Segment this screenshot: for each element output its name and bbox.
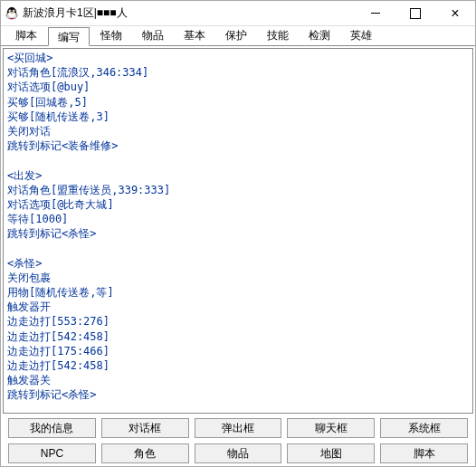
maximize-button[interactable] <box>395 1 435 26</box>
button-对话框[interactable]: 对话框 <box>101 418 189 438</box>
tab-脚本[interactable]: 脚本 <box>6 26 46 45</box>
tab-保护[interactable]: 保护 <box>216 26 256 45</box>
svg-point-6 <box>13 10 14 11</box>
window-title: 新波浪月卡1区|■■■人 <box>23 5 356 21</box>
button-脚本[interactable]: 脚本 <box>380 443 468 463</box>
button-NPC[interactable]: NPC <box>8 443 96 463</box>
svg-point-5 <box>10 10 11 11</box>
app-icon <box>5 6 19 21</box>
button-弹出框[interactable]: 弹出框 <box>195 418 282 438</box>
tab-物品[interactable]: 物品 <box>133 26 173 45</box>
svg-point-7 <box>11 12 13 14</box>
tab-检测[interactable]: 检测 <box>300 26 339 45</box>
button-物品[interactable]: 物品 <box>195 443 282 463</box>
button-聊天框[interactable]: 聊天框 <box>287 418 375 438</box>
close-button[interactable]: × <box>435 1 475 26</box>
button-我的信息[interactable]: 我的信息 <box>8 418 96 438</box>
tab-基本[interactable]: 基本 <box>175 26 214 45</box>
tab-怪物[interactable]: 怪物 <box>91 26 131 45</box>
tab-编写[interactable]: 编写 <box>48 27 90 46</box>
tab-技能[interactable]: 技能 <box>258 26 298 45</box>
tab-bar: 脚本编写怪物物品基本保护技能检测英雄 <box>1 26 475 46</box>
button-地图[interactable]: 地图 <box>287 443 375 463</box>
button-系统框[interactable]: 系统框 <box>380 418 468 438</box>
script-editor[interactable]: <买回城> 对话角色[流浪汉,346:334] 对话选项[@buy] 买够[回城… <box>3 48 473 414</box>
button-角色[interactable]: 角色 <box>101 443 189 463</box>
minimize-button[interactable] <box>356 1 395 26</box>
tab-英雄[interactable]: 英雄 <box>341 26 381 45</box>
